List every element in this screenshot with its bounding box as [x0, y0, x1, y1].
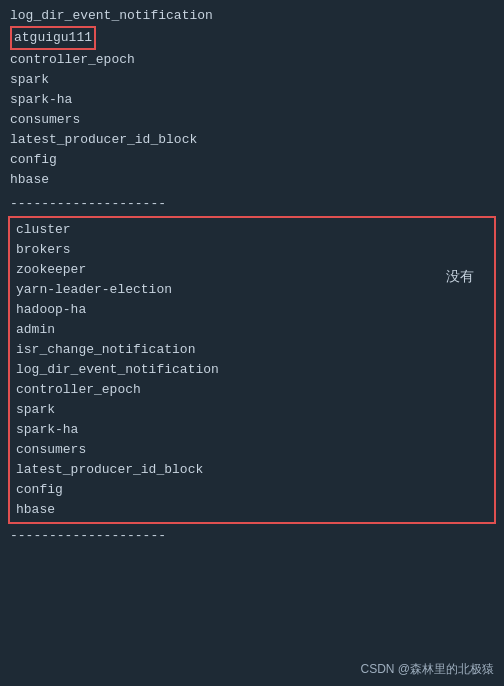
box-line-9: spark: [16, 400, 488, 420]
box-line-7: log_dir_event_notification: [16, 360, 488, 380]
top-line-6: latest_producer_id_block: [10, 130, 494, 150]
no-label: 没有: [446, 268, 474, 286]
top-line-2: controller_epoch: [10, 50, 494, 70]
top-line-1: atguigu111: [10, 26, 494, 50]
top-line-5: consumers: [10, 110, 494, 130]
top-line-3: spark: [10, 70, 494, 90]
top-line-7: config: [10, 150, 494, 170]
top-line-0: log_dir_event_notification: [10, 6, 494, 26]
footer: CSDN @森林里的北极猿: [360, 661, 494, 678]
box-line-3: yarn-leader-election: [16, 280, 488, 300]
box-line-2: zookeeper: [16, 260, 488, 280]
box-line-13: config: [16, 480, 488, 500]
bottom-divider: --------------------: [0, 524, 504, 548]
box-line-1: brokers: [16, 240, 488, 260]
box-line-12: latest_producer_id_block: [16, 460, 488, 480]
box-line-0: cluster: [16, 220, 488, 240]
top-line-4: spark-ha: [10, 90, 494, 110]
terminal-container: log_dir_event_notification atguigu111 co…: [0, 0, 504, 686]
top-line-8: hbase: [10, 170, 494, 190]
box-line-14: hbase: [16, 500, 488, 520]
box-line-8: controller_epoch: [16, 380, 488, 400]
highlighted-atguigu: atguigu111: [10, 26, 96, 50]
red-box-section: 没有 cluster brokers zookeeper yarn-leader…: [8, 216, 496, 524]
box-line-10: spark-ha: [16, 420, 488, 440]
box-line-6: isr_change_notification: [16, 340, 488, 360]
top-divider: --------------------: [0, 192, 504, 216]
box-line-5: admin: [16, 320, 488, 340]
box-line-4: hadoop-ha: [16, 300, 488, 320]
box-line-11: consumers: [16, 440, 488, 460]
top-section: log_dir_event_notification atguigu111 co…: [0, 4, 504, 192]
